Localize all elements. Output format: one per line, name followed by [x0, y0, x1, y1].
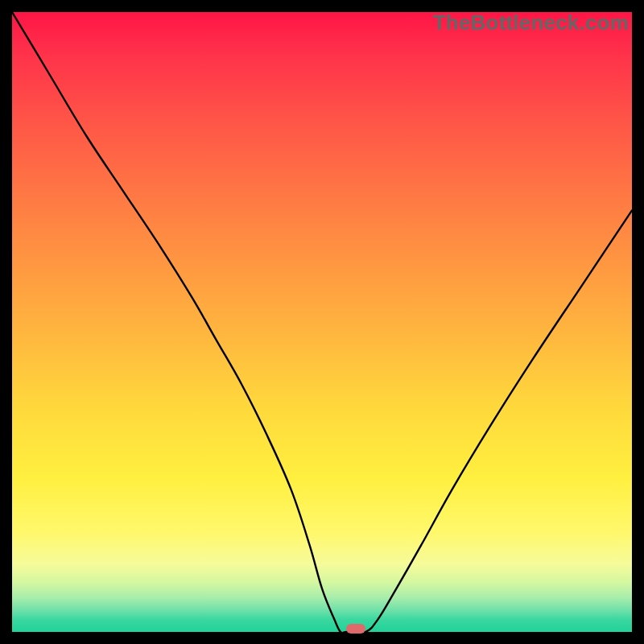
chart-frame: TheBottleneck.com	[12, 12, 632, 632]
bottleneck-curve-path	[12, 12, 632, 632]
watermark-text: TheBottleneck.com	[433, 10, 629, 35]
curve-marker	[346, 624, 365, 634]
chart-curve-svg	[12, 12, 632, 632]
